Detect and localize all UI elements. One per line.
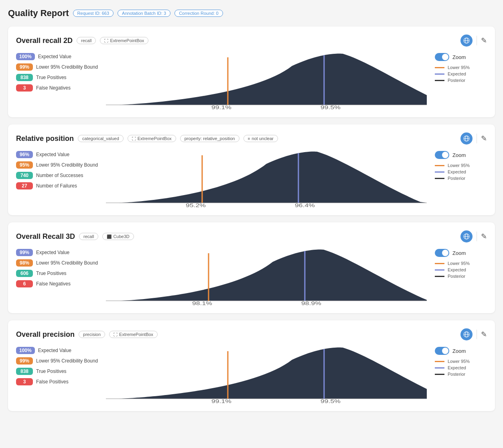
zoom-row: Zoom (435, 249, 487, 257)
stat-label: False Negatives (36, 281, 71, 287)
tag-1[interactable]: ⬛Cube3D (102, 233, 134, 240)
section-actions: ✎ (460, 230, 487, 242)
divider (477, 36, 477, 45)
stat-badge: 3 (16, 84, 33, 92)
posterior-path (119, 152, 427, 203)
edit-button[interactable]: ✎ (481, 232, 487, 241)
legend-item-1: Expected (435, 71, 487, 76)
stat-badge: 100% (16, 53, 35, 60)
stat-row: 98%Lower 95% Credibility Bound (16, 259, 98, 267)
legend-item-0: Lower 95% (435, 261, 487, 266)
zoom-toggle[interactable] (435, 347, 449, 355)
stat-badge: 99% (16, 357, 33, 365)
zoom-label: Zoom (452, 250, 466, 256)
tag-label: ExtremePointBox (110, 38, 144, 43)
legend-item-label: Posterior (448, 372, 465, 377)
legend-item-label: Lower 95% (448, 261, 470, 266)
tag-icon: ⛶ (104, 39, 108, 43)
section-card-overall-recall-2d: Overall recall 2Drecall⛶ExtremePointBox✎… (8, 26, 495, 117)
legend-item-2: Posterior (435, 78, 487, 83)
tag-0[interactable]: recall (79, 233, 98, 240)
stat-row: 99%Lower 95% Credibility Bound (16, 63, 98, 71)
edit-button[interactable]: ✎ (481, 134, 487, 143)
posterior-path (119, 54, 427, 105)
expected-label: 99.5% (320, 105, 341, 109)
request-id-badge[interactable]: Request ID: 663 (73, 10, 114, 17)
posterior-path (119, 250, 427, 301)
chart-svg: 99.1%99.5% (106, 53, 427, 109)
chart-svg: 99.1%99.5% (106, 347, 427, 403)
legend-item-2: Posterior (435, 274, 487, 279)
tag-1[interactable]: ⛶ExtremePointBox (128, 135, 176, 142)
tag-3[interactable]: ≡not unclear (243, 135, 278, 142)
stat-row: 838True Positives (16, 368, 98, 375)
stat-label: True Positives (36, 369, 67, 374)
zoom-toggle[interactable] (435, 151, 449, 159)
legend-panel: ZoomLower 95%ExpectedPosterior (435, 249, 487, 305)
legend-item-0: Lower 95% (435, 163, 487, 168)
legend-line (435, 165, 444, 166)
section-body: 96%Expected Value95%Lower 95% Credibilit… (16, 151, 487, 207)
stat-row: 3False Negatives (16, 84, 98, 92)
stat-badge: 96% (16, 151, 33, 158)
section-header-relative-position: Relative positioncategorical_valued⛶Extr… (16, 132, 487, 145)
globe-button[interactable] (460, 35, 473, 47)
stat-row: 3False Positives (16, 378, 98, 385)
tag-0[interactable]: categorical_valued (78, 135, 124, 142)
globe-button[interactable] (460, 328, 473, 340)
legend-panel: ZoomLower 95%ExpectedPosterior (435, 53, 487, 109)
section-title: Overall precision (16, 330, 75, 339)
tag-0[interactable]: precision (79, 331, 105, 338)
legend-line (435, 276, 444, 277)
stat-label: Number of Successes (36, 173, 83, 178)
stat-label: Expected Value (38, 348, 71, 353)
lower95-label: 98.1% (192, 301, 212, 305)
tag-0[interactable]: recall (77, 37, 96, 44)
section-title: Overall Recall 3D (16, 232, 75, 241)
section-header-overall-precision: Overall precisionprecision⛶ExtremePointB… (16, 328, 487, 340)
tag-1[interactable]: ⛶ExtremePointBox (109, 331, 158, 338)
stat-label: Expected Value (36, 152, 69, 157)
stat-badge: 838 (16, 368, 33, 375)
section-card-relative-position: Relative positioncategorical_valued⛶Extr… (8, 124, 495, 215)
zoom-label: Zoom (452, 152, 466, 158)
stat-label: True Positives (36, 271, 67, 276)
stat-label: Number of Failures (36, 183, 77, 189)
legend-item-label: Posterior (448, 274, 465, 279)
stat-row: 99%Expected Value (16, 249, 98, 256)
legend-item-0: Lower 95% (435, 65, 487, 70)
legend-line (435, 361, 444, 362)
globe-button[interactable] (460, 132, 473, 145)
legend-item-0: Lower 95% (435, 359, 487, 364)
tag-label: not unclear (252, 136, 274, 141)
section-actions: ✎ (460, 328, 487, 340)
tag-icon: ⛶ (114, 332, 118, 337)
tag-1[interactable]: ⛶ExtremePointBox (100, 37, 148, 44)
globe-button[interactable] (460, 230, 473, 242)
tag-label: recall (81, 38, 91, 43)
zoom-toggle[interactable] (435, 53, 449, 61)
legend-line (435, 67, 444, 68)
edit-button[interactable]: ✎ (481, 330, 487, 339)
stat-label: Expected Value (36, 250, 69, 255)
section-card-overall-recall-3d: Overall Recall 3Drecall⬛Cube3D✎99%Expect… (8, 222, 495, 313)
section-header-overall-recall-3d: Overall Recall 3Drecall⬛Cube3D✎ (16, 230, 487, 242)
stat-label: Expected Value (38, 54, 71, 59)
tag-2[interactable]: property: relative_position (180, 135, 239, 142)
stat-row: 100%Expected Value (16, 347, 98, 354)
zoom-label: Zoom (452, 348, 466, 354)
stat-badge: 98% (16, 259, 33, 267)
divider (477, 134, 477, 143)
legend-item-1: Expected (435, 267, 487, 272)
annotation-batch-badge[interactable]: Annotation Batch ID: 3 (118, 10, 170, 17)
edit-button[interactable]: ✎ (481, 36, 487, 45)
stat-row: 606True Positives (16, 270, 98, 277)
legend-line (435, 374, 444, 375)
tag-icon: ⛶ (132, 136, 136, 141)
correction-round-badge[interactable]: Correction Round: 0 (174, 10, 223, 17)
legend-line (435, 263, 444, 264)
expected-label: 99.5% (320, 399, 341, 403)
zoom-toggle[interactable] (435, 249, 449, 257)
stat-row: 6False Negatives (16, 280, 98, 287)
stat-row: 100%Expected Value (16, 53, 98, 60)
